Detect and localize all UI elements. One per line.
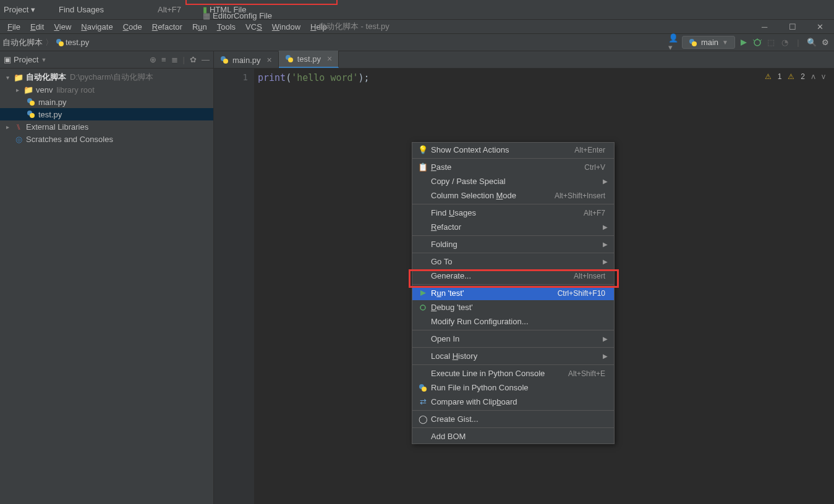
breadcrumb-file[interactable]: test.py <box>66 38 89 47</box>
tree-test-label: test.py <box>38 110 62 119</box>
tab-test-py[interactable]: test.py × <box>279 51 339 68</box>
ctx-column-selection[interactable]: Column Selection Mode Alt+Shift+Insert <box>412 188 614 203</box>
svg-line-8 <box>760 40 762 41</box>
tree-test-py[interactable]: test.py <box>0 108 213 120</box>
profiler-icon[interactable]: ◔ <box>780 38 789 48</box>
ctx-folding[interactable]: Folding ▶ <box>412 237 614 251</box>
run-config-selector[interactable]: main ▼ <box>682 36 735 49</box>
tree-external-libraries[interactable]: ▸ ⑊ External Libraries <box>0 120 213 133</box>
locate-icon[interactable]: ⊕ <box>150 55 156 64</box>
ctx-run-test[interactable]: Run 'test' Ctrl+Shift+F10 <box>412 286 614 300</box>
run-icon[interactable] <box>739 38 749 48</box>
submenu-arrow-icon: ▶ <box>603 178 608 185</box>
menu-item-find-usages[interactable]: Find Usages <box>59 5 104 14</box>
toolbar-right: 👤▾ main ▼ ⬚ ◔ | 🔍 ⚙ <box>668 36 830 49</box>
breadcrumb-root[interactable]: 自动化脚本 <box>2 37 43 48</box>
ctx-label: Go To <box>431 257 605 266</box>
tree-venv-label: venv <box>36 85 53 94</box>
svg-point-20 <box>422 387 427 392</box>
menu-vcs[interactable]: VCS <box>240 21 267 33</box>
chevron-down-icon[interactable]: ▼ <box>41 57 46 63</box>
tree-scratches[interactable]: ◎ Scratches and Consoles <box>0 133 213 145</box>
libraries-icon: ⑊ <box>14 122 23 131</box>
tree-main-py[interactable]: main.py <box>0 96 213 108</box>
ctx-debug-test[interactable]: Debug 'test' <box>412 300 614 314</box>
ctx-shortcut: Alt+Insert <box>574 272 605 280</box>
breadcrumb: 自动化脚本 〉 test.py <box>0 37 89 48</box>
menu-run[interactable]: Run <box>187 21 212 33</box>
settings-icon[interactable]: ⚙ <box>820 38 830 48</box>
collapse-all-icon[interactable]: ≣ <box>171 55 178 64</box>
menu-item-editorconfig[interactable]: ▦ EditorConfig File <box>203 11 272 20</box>
expand-icon[interactable]: ▸ <box>6 124 14 130</box>
gear-icon[interactable]: ✿ <box>190 55 197 64</box>
error-count: 1 <box>778 72 782 81</box>
menu-code[interactable]: Code <box>118 21 147 33</box>
close-tab-icon[interactable]: × <box>327 54 332 64</box>
ctx-compare-clipboard[interactable]: ⇄ Compare with Clipboard <box>412 395 614 409</box>
menu-window[interactable]: Window <box>267 21 305 33</box>
debug-icon[interactable] <box>752 38 762 48</box>
ctx-copy-paste-special[interactable]: Copy / Paste Special ▶ <box>412 174 614 188</box>
menu-refactor[interactable]: Refactor <box>147 21 187 33</box>
search-icon[interactable]: 🔍 <box>807 38 817 48</box>
expand-icon[interactable]: ▸ <box>16 86 23 93</box>
chevron-up-icon[interactable]: ʌ <box>811 72 815 81</box>
find-usages-label: Find Usages <box>59 5 104 14</box>
menu-tools[interactable]: Tools <box>212 21 240 33</box>
ctx-shortcut: Ctrl+V <box>584 163 605 172</box>
ctx-goto[interactable]: Go To ▶ <box>412 254 614 269</box>
ctx-label: Folding <box>431 240 605 249</box>
menu-navigate[interactable]: Navigate <box>76 21 117 33</box>
tree-ext-label: External Libraries <box>26 122 88 132</box>
user-icon[interactable]: 👤▾ <box>668 38 678 48</box>
inspection-widget[interactable]: ⚠1 ⚠2 ʌ v <box>765 72 825 81</box>
breadcrumb-sep-icon: 〉 <box>45 37 53 48</box>
ctx-create-gist[interactable]: ◯ Create Gist... <box>412 412 614 426</box>
ctx-open-in[interactable]: Open In ▶ <box>412 332 614 346</box>
ctx-generate[interactable]: Generate... Alt+Insert <box>412 269 614 283</box>
menu-view[interactable]: View <box>49 21 76 33</box>
ctx-shortcut: Alt+F7 <box>584 209 605 217</box>
ctx-find-usages[interactable]: Find Usages Alt+F7 <box>412 206 614 220</box>
window-title: 自动化脚本 - test.py <box>318 21 389 32</box>
ctx-add-bom[interactable]: Add BOM <box>412 429 614 443</box>
menu-edit[interactable]: Edit <box>25 21 49 33</box>
ctx-local-history[interactable]: Local History ▶ <box>412 349 614 363</box>
run-config-name: main <box>701 38 718 47</box>
ctx-refactor[interactable]: Refactor ▶ <box>412 220 614 234</box>
svg-point-1 <box>59 41 64 46</box>
expand-all-icon[interactable]: ≡ <box>161 55 166 64</box>
ctx-label: Open In <box>431 334 605 343</box>
tree-venv[interactable]: ▸ 📁 venv library root <box>0 83 213 96</box>
chevron-down-icon[interactable]: v <box>822 72 825 81</box>
ctx-run-file-console[interactable]: Run File in Python Console <box>412 380 614 395</box>
close-button[interactable]: ✕ <box>806 20 834 33</box>
tab-main-py[interactable]: main.py × <box>214 52 279 68</box>
project-tree[interactable]: ▾ 📁 自动化脚本 D:\pycharm\自动化脚本 ▸ 📁 venv libr… <box>0 69 213 504</box>
hide-icon[interactable]: — <box>202 55 210 64</box>
tool-window-title[interactable]: Project <box>14 55 38 64</box>
coverage-icon[interactable]: ⬚ <box>766 38 776 48</box>
project-tool-window: ▣ Project ▼ ⊕ ≡ ≣ | ✿ — ▾ 📁 自动化脚本 D:\pyc… <box>0 51 214 504</box>
minimize-button[interactable]: ─ <box>751 20 778 33</box>
tree-root[interactable]: ▾ 📁 自动化脚本 D:\pycharm\自动化脚本 <box>0 71 213 83</box>
svg-line-7 <box>753 40 754 41</box>
menu-file[interactable]: File <box>2 21 25 33</box>
menu-separator <box>412 284 614 285</box>
ctx-modify-run-config[interactable]: Modify Run Configuration... <box>412 314 614 329</box>
maximize-button[interactable]: ☐ <box>778 20 806 33</box>
menu-separator <box>412 235 614 236</box>
ctx-paste[interactable]: 📋 Paste Ctrl+V <box>412 160 614 174</box>
ctx-shortcut: Ctrl+Shift+F10 <box>558 289 605 298</box>
ctx-show-context-actions[interactable]: 💡 Show Context Actions Alt+Enter <box>412 143 614 157</box>
editorconfig-icon: ▦ <box>203 11 210 20</box>
ctx-label: Execute Line in Python Console <box>431 369 568 378</box>
tool-window-icon: ▣ <box>4 55 11 64</box>
project-selector[interactable]: Project ▾ <box>4 5 35 14</box>
expand-icon[interactable]: ▾ <box>6 74 14 81</box>
tree-main-label: main.py <box>38 98 67 107</box>
close-tab-icon[interactable]: × <box>267 55 272 65</box>
tab-test-label: test.py <box>297 54 321 64</box>
ctx-execute-line[interactable]: Execute Line in Python Console Alt+Shift… <box>412 366 614 380</box>
